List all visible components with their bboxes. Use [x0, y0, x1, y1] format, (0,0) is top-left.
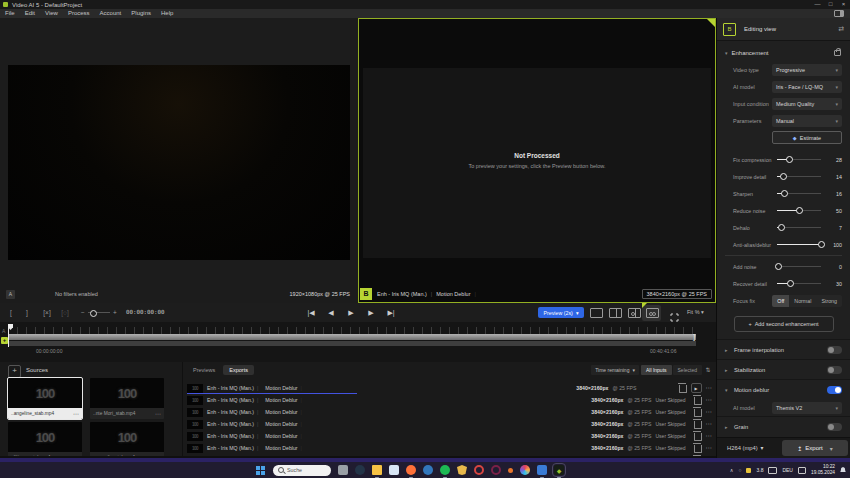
- section-header-grain[interactable]: ▸Grain: [725, 417, 842, 436]
- slider-track[interactable]: [777, 193, 821, 195]
- zoom-in-icon[interactable]: +: [108, 303, 122, 322]
- minimize-button[interactable]: —: [811, 0, 824, 9]
- skip-to-start-button[interactable]: |◀: [304, 303, 318, 322]
- export-row[interactable]: 100Enh - Iris MQ (Man.)|Motion Deblur|38…: [183, 442, 716, 454]
- set-in-point-icon[interactable]: [: [4, 303, 18, 322]
- slider-track[interactable]: [777, 210, 821, 212]
- trash-icon[interactable]: [694, 433, 702, 441]
- file-explorer-icon[interactable]: [372, 465, 382, 475]
- side-a-badge[interactable]: A: [6, 290, 15, 299]
- timeline[interactable]: A + ] 00:00:00:00 00:40:41:06: [0, 322, 716, 362]
- filter-selected[interactable]: Selected: [673, 365, 702, 375]
- more-icon[interactable]: ⋯: [155, 410, 161, 417]
- play-button[interactable]: ▶: [344, 303, 358, 322]
- topaz-video-ai-icon[interactable]: ◆: [554, 465, 564, 475]
- desktop-icon[interactable]: [338, 465, 348, 475]
- menu-help[interactable]: Help: [156, 9, 178, 18]
- slider-knob[interactable]: [780, 173, 787, 180]
- tab-exports[interactable]: Exports: [223, 365, 254, 375]
- notification-panel-icon[interactable]: [798, 467, 806, 474]
- slider-track[interactable]: [777, 159, 821, 161]
- maximize-button[interactable]: □: [824, 0, 837, 9]
- toggle-grain[interactable]: [827, 423, 842, 431]
- firefox-icon[interactable]: [406, 465, 416, 475]
- timeline-track-b-marker[interactable]: +: [1, 337, 8, 344]
- source-item[interactable]: 100..nomalie_stab.mp4⋯: [90, 422, 164, 456]
- select-ai-model[interactable]: Themis V2▾: [772, 402, 842, 414]
- slider-knob[interactable]: [786, 156, 793, 163]
- slider-track[interactable]: [777, 244, 821, 246]
- tray-monitor-icon[interactable]: [746, 468, 751, 473]
- enhancement-header[interactable]: ▾ Enhancement: [725, 45, 842, 61]
- add-source-button[interactable]: +: [8, 365, 21, 378]
- slider-track[interactable]: [777, 283, 821, 285]
- source-item[interactable]: 100..nte Mori_stab.mp4⋯: [90, 378, 164, 419]
- app-ring-icon[interactable]: [491, 465, 501, 475]
- mail-icon[interactable]: [537, 465, 547, 475]
- next-frame-button[interactable]: ▶: [364, 303, 378, 322]
- trash-icon[interactable]: [694, 421, 702, 429]
- slider-track[interactable]: [777, 176, 821, 178]
- calendar-icon[interactable]: [389, 465, 399, 475]
- section-header-stabilization[interactable]: ▸Stabilization: [725, 360, 842, 379]
- more-icon[interactable]: ⋯: [706, 397, 713, 403]
- toggle-stabilization[interactable]: [827, 366, 842, 374]
- taskbar-clock[interactable]: 10:22 19.05.2024: [811, 464, 835, 476]
- swap-view-icon[interactable]: ⇄: [838, 25, 844, 33]
- skip-to-end-button[interactable]: ▶|: [384, 303, 398, 322]
- section-header-frame-interpolation[interactable]: ▸Frame interpolation: [725, 340, 842, 359]
- estimate-button[interactable]: ◆ Estimate: [772, 131, 842, 144]
- clear-trim-icon[interactable]: [×]: [40, 303, 54, 322]
- trash-icon[interactable]: [694, 445, 702, 453]
- source-item[interactable]: 100..Körper_stab.mp4⋯: [8, 422, 82, 456]
- fullscreen-icon[interactable]: [670, 308, 679, 317]
- toggle-frame-interpolation[interactable]: [827, 346, 842, 354]
- export-row[interactable]: 100Enh - Iris MQ (Man.)|Motion Deblur|38…: [183, 406, 716, 418]
- slider-knob[interactable]: [818, 241, 825, 248]
- more-icon[interactable]: ⋯: [73, 454, 79, 456]
- select-ai-model[interactable]: Iris - Face / LQ-MQ▾: [772, 81, 842, 93]
- section-header-motion-deblur[interactable]: ▾Motion deblur: [725, 380, 842, 399]
- more-icon[interactable]: ⋯: [706, 409, 713, 415]
- menu-account[interactable]: Account: [95, 9, 127, 18]
- export-button[interactable]: ↥ Export ▾: [782, 440, 848, 456]
- export-row[interactable]: 100Enh - Iris MQ (Man.)|Motion Deblur|38…: [183, 454, 716, 456]
- slider-track[interactable]: [777, 266, 821, 268]
- trash-icon[interactable]: [679, 385, 687, 393]
- menu-file[interactable]: File: [0, 9, 20, 18]
- sort-order-icon[interactable]: ⇅: [704, 366, 712, 374]
- tab-previews[interactable]: Previews: [187, 365, 221, 375]
- add-second-enhancement-button[interactable]: + Add second enhancement: [734, 316, 834, 332]
- timeline-zoom-slider[interactable]: [88, 312, 110, 313]
- security-icon[interactable]: [457, 465, 467, 475]
- focus-fix-strong[interactable]: Strong: [816, 295, 842, 307]
- notification-bell-icon[interactable]: [840, 467, 846, 473]
- opera-icon[interactable]: [474, 465, 484, 475]
- more-icon[interactable]: ⋯: [706, 433, 713, 439]
- timeline-ruler[interactable]: [8, 327, 696, 334]
- slider-knob[interactable]: [787, 280, 794, 287]
- view-mode-split-icon[interactable]: [609, 308, 622, 318]
- menu-edit[interactable]: Edit: [20, 9, 40, 18]
- taskbar-search-input[interactable]: Suche: [273, 465, 331, 476]
- fit-zoom-dropdown[interactable]: Fit % ▾: [687, 303, 704, 322]
- tray-app-icon[interactable]: ○: [738, 467, 741, 473]
- slider-track[interactable]: [777, 227, 821, 229]
- view-mode-single-icon[interactable]: [590, 308, 603, 318]
- more-icon[interactable]: ⋯: [706, 421, 713, 427]
- export-row[interactable]: 100Enh - Iris MQ (Man.)|Motion Deblur|38…: [183, 394, 716, 406]
- toggle-motion-deblur[interactable]: [827, 386, 842, 394]
- lock-icon[interactable]: [834, 50, 841, 56]
- source-item[interactable]: 100..angeline_stab.mp4⋯: [8, 378, 82, 419]
- more-icon[interactable]: ⋯: [155, 454, 161, 456]
- menu-process[interactable]: Process: [63, 9, 95, 18]
- edge-icon[interactable]: [423, 465, 433, 475]
- tray-overflow-chevron-icon[interactable]: ∧: [730, 467, 734, 473]
- side-b-badge[interactable]: B: [360, 288, 372, 300]
- play-export-button[interactable]: ▶: [691, 383, 702, 393]
- select-parameters[interactable]: Manual▾: [772, 115, 842, 127]
- photos-icon[interactable]: [520, 465, 530, 475]
- export-format-dropdown[interactable]: H264 (mp4) ▾: [727, 445, 764, 451]
- view-mode-comparison-icon[interactable]: [646, 308, 659, 318]
- export-row[interactable]: 100Enh - Iris MQ (Man.)|Motion Deblur|38…: [183, 418, 716, 430]
